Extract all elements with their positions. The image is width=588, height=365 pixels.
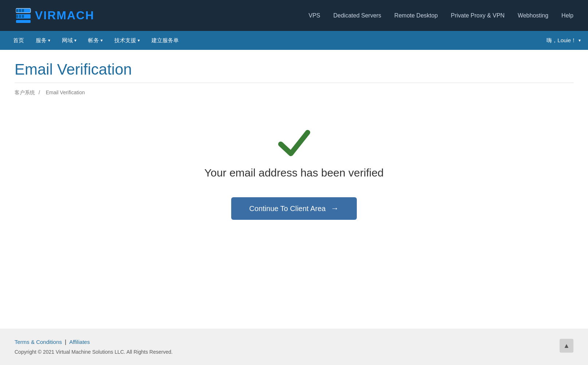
user-greeting-text: 嗨，Louie！ [546, 37, 576, 44]
continue-button-arrow: → [331, 204, 339, 213]
footer-copyright: Copyright © 2021 Virtual Machine Solutio… [15, 349, 173, 355]
nav-webhosting[interactable]: Webhosting [518, 12, 548, 19]
billing-dropdown-arrow: ▾ [100, 31, 103, 50]
breadcrumb-separator: / [39, 90, 42, 95]
breadcrumb-current: Email Verification [46, 90, 85, 95]
sec-nav-links: 首页 服务 ▾ 网域 ▾ 帐务 ▾ 技术支援 ▾ [7, 31, 546, 50]
logo-link[interactable]: VIRMACH [15, 7, 94, 24]
svg-rect-6 [16, 15, 18, 18]
nav-remote-desktop[interactable]: Remote Desktop [394, 12, 438, 19]
footer-links: Terms & Conditions | Affiliates [15, 339, 90, 345]
footer: Terms & Conditions | Affiliates Copyrigh… [0, 329, 588, 365]
sec-nav-billing[interactable]: 帐务 ▾ [82, 31, 108, 50]
affiliates-link[interactable]: Affiliates [69, 339, 90, 345]
sec-nav-domains[interactable]: 网域 ▾ [56, 31, 82, 50]
sec-nav-home[interactable]: 首页 [7, 31, 30, 50]
svg-rect-3 [19, 9, 21, 12]
sec-nav-services[interactable]: 服务 ▾ [30, 31, 56, 50]
nav-private-proxy[interactable]: Private Proxy & VPN [451, 12, 505, 19]
verification-message: Your email address has been verified [204, 167, 384, 179]
logo-text: VIRMACH [35, 9, 94, 22]
title-divider [15, 83, 573, 83]
footer-link-separator: | [65, 339, 66, 345]
svg-rect-9 [16, 20, 31, 23]
secondary-navigation: 首页 服务 ▾ 网域 ▾ 帐务 ▾ 技术支援 ▾ [0, 31, 588, 50]
support-dropdown-arrow: ▾ [138, 31, 140, 50]
breadcrumb-home-link[interactable]: 客户系统 [15, 90, 35, 95]
sec-nav-support[interactable]: 技术支援 ▾ [108, 31, 146, 50]
nav-dedicated-servers[interactable]: Dedicated Servers [333, 12, 381, 19]
scroll-to-top-button[interactable]: ▲ [560, 339, 573, 353]
terms-conditions-link[interactable]: Terms & Conditions [15, 339, 62, 345]
top-nav-links: VPS Dedicated Servers Remote Desktop Pri… [308, 12, 573, 19]
checkmark-icon [278, 129, 311, 158]
main-content: Email Verification 客户系统 / Email Verifica… [0, 50, 588, 329]
user-dropdown-arrow: ▾ [579, 38, 581, 43]
svg-rect-4 [22, 9, 24, 12]
continue-button[interactable]: Continue To Client Area → [231, 197, 357, 220]
services-dropdown-arrow: ▾ [48, 31, 50, 50]
breadcrumb: 客户系统 / Email Verification [15, 90, 573, 96]
nav-help[interactable]: Help [561, 12, 573, 19]
sec-nav-create-order[interactable]: 建立服务单 [146, 31, 185, 50]
scroll-top-arrow-icon: ▲ [563, 342, 570, 350]
domains-dropdown-arrow: ▾ [74, 31, 76, 50]
top-navigation: VIRMACH VPS Dedicated Servers Remote Des… [0, 0, 588, 31]
nav-vps[interactable]: VPS [308, 12, 320, 19]
svg-rect-7 [19, 15, 21, 18]
verification-area: Your email address has been verified Con… [15, 118, 573, 249]
svg-rect-8 [22, 15, 24, 18]
page-title: Email Verification [15, 61, 573, 78]
user-greeting-area[interactable]: 嗨，Louie！ ▾ [546, 37, 581, 44]
svg-rect-2 [16, 9, 18, 12]
logo-icon [15, 7, 32, 24]
continue-button-label: Continue To Client Area [249, 205, 326, 213]
